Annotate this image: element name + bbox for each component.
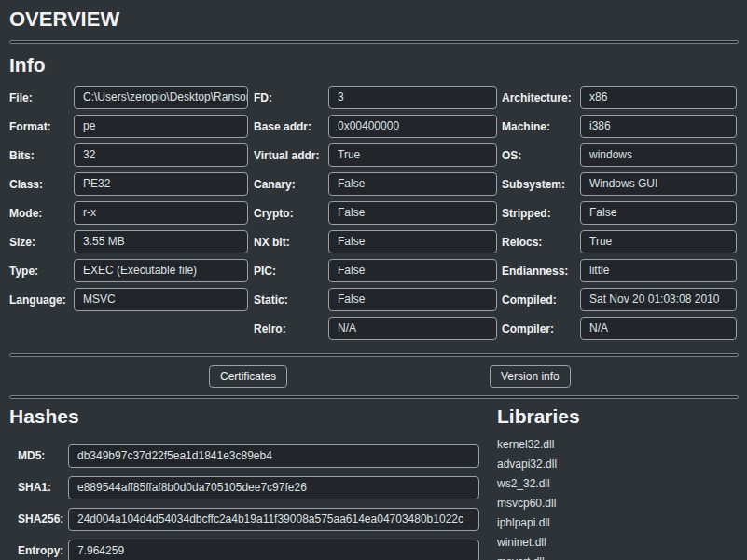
- hashes-section: Hashes MD5: db349b97c37d22f5ea1d1841e3c8…: [9, 404, 489, 560]
- relocs-field[interactable]: True: [580, 230, 737, 253]
- hashes-section-title: Hashes: [9, 404, 489, 429]
- os-field[interactable]: windows: [580, 143, 737, 167]
- canary-field[interactable]: False: [328, 172, 497, 196]
- relocs-label: Relocs:: [502, 236, 580, 249]
- certificates-button[interactable]: Certificates: [209, 365, 287, 388]
- nx-bit-label: NX bit:: [254, 236, 328, 249]
- version-info-button[interactable]: Version info: [490, 365, 571, 388]
- crypto-label: Crypto:: [254, 207, 328, 220]
- libraries-list: kernel32.dll advapi32.dll ws2_32.dll msv…: [497, 435, 580, 560]
- separator: [9, 395, 739, 399]
- relro-field[interactable]: N/A: [328, 317, 497, 340]
- library-item[interactable]: msvcrt.dll: [497, 553, 580, 560]
- machine-label: Machine:: [502, 120, 580, 133]
- separator: [9, 353, 739, 357]
- entropy-label: Entropy:: [18, 544, 68, 557]
- info-column-2: FD: 3 Base addr: 0x00400000 Virtual addr…: [254, 83, 497, 343]
- library-item[interactable]: ws2_32.dll: [497, 474, 580, 494]
- sha1-field[interactable]: e889544aff85ffaf8b0d0da705105dee7c97fe26: [68, 476, 479, 499]
- endianness-label: Endianness:: [502, 265, 580, 278]
- pic-field[interactable]: False: [328, 259, 497, 282]
- subsystem-field[interactable]: Windows GUI: [580, 172, 737, 196]
- library-item[interactable]: wininet.dll: [497, 533, 580, 553]
- info-section-title: Info: [9, 53, 739, 77]
- fd-field[interactable]: 3: [328, 86, 497, 109]
- libraries-section: Libraries kernel32.dll advapi32.dll ws2_…: [497, 404, 580, 560]
- info-column-1: File: C:\Users\zeropio\Desktop\Ransomw F…: [9, 83, 248, 314]
- static-label: Static:: [254, 294, 328, 307]
- format-label: Format:: [9, 120, 74, 133]
- bits-label: Bits:: [9, 149, 74, 162]
- stripped-field[interactable]: False: [580, 201, 737, 225]
- size-field[interactable]: 3.55 MB: [74, 230, 248, 253]
- size-label: Size:: [9, 236, 74, 249]
- compiler-label: Compiler:: [502, 322, 580, 335]
- file-field[interactable]: C:\Users\zeropio\Desktop\Ransomw: [74, 86, 248, 109]
- type-field[interactable]: EXEC (Executable file): [74, 259, 248, 282]
- architecture-label: Architecture:: [502, 91, 580, 104]
- entropy-field[interactable]: 7.964259: [68, 540, 479, 560]
- virtual-addr-label: Virtual addr:: [254, 149, 328, 162]
- machine-field[interactable]: i386: [580, 115, 737, 138]
- relro-label: Relro:: [254, 322, 328, 335]
- mode-label: Mode:: [9, 207, 74, 220]
- class-label: Class:: [9, 178, 74, 191]
- info-grid: File: C:\Users\zeropio\Desktop\Ransomw F…: [9, 83, 739, 343]
- library-item[interactable]: advapi32.dll: [497, 455, 580, 474]
- language-label: Language:: [9, 294, 74, 307]
- library-item[interactable]: iphlpapi.dll: [497, 513, 580, 533]
- md5-label: MD5:: [18, 449, 68, 462]
- compiled-field[interactable]: Sat Nov 20 01:03:08 2010: [580, 288, 737, 311]
- file-label: File:: [9, 91, 74, 104]
- crypto-field[interactable]: False: [328, 201, 497, 225]
- compiled-label: Compiled:: [502, 294, 580, 307]
- info-column-3: Architecture: x86 Machine: i386 OS: wind…: [502, 83, 737, 343]
- md5-field[interactable]: db349b97c37d22f5ea1d1841e3c89eb4: [68, 444, 479, 468]
- architecture-field[interactable]: x86: [580, 86, 737, 109]
- stripped-label: Stripped:: [502, 207, 580, 220]
- bottom-section: Hashes MD5: db349b97c37d22f5ea1d1841e3c8…: [9, 404, 739, 560]
- compiler-field[interactable]: N/A: [580, 317, 737, 340]
- static-field[interactable]: False: [328, 288, 497, 311]
- endianness-field[interactable]: little: [580, 259, 737, 282]
- nx-bit-field[interactable]: False: [328, 230, 497, 253]
- pic-label: PIC:: [254, 265, 328, 278]
- bits-field[interactable]: 32: [74, 143, 248, 167]
- fd-label: FD:: [254, 91, 328, 104]
- sha256-label: SHA256:: [18, 512, 68, 526]
- base-addr-label: Base addr:: [254, 120, 328, 133]
- mode-field[interactable]: r-x: [74, 201, 248, 225]
- libraries-section-title: Libraries: [497, 404, 580, 429]
- base-addr-field[interactable]: 0x00400000: [328, 115, 497, 138]
- class-field[interactable]: PE32: [74, 172, 248, 196]
- library-item[interactable]: kernel32.dll: [497, 435, 580, 455]
- library-item[interactable]: msvcp60.dll: [497, 494, 580, 513]
- subsystem-label: Subsystem:: [502, 178, 580, 191]
- os-label: OS:: [502, 149, 580, 162]
- sha1-label: SHA1:: [18, 481, 68, 494]
- sha256-field[interactable]: 24d004a104d4d54034dbcffc2a4b19a11f39008a…: [68, 508, 479, 531]
- page-title: OVERVIEW: [9, 6, 739, 34]
- hashes-grid: MD5: db349b97c37d22f5ea1d1841e3c89eb4 SH…: [9, 440, 489, 560]
- canary-label: Canary:: [254, 178, 328, 191]
- separator: [9, 40, 739, 44]
- virtual-addr-field[interactable]: True: [328, 143, 497, 167]
- type-label: Type:: [9, 265, 74, 278]
- format-field[interactable]: pe: [74, 115, 248, 138]
- language-field[interactable]: MSVC: [74, 288, 248, 311]
- overview-panel: OVERVIEW Info File: C:\Users\zeropio\Des…: [0, 0, 747, 560]
- actions-row: Certificates Version info: [9, 365, 739, 388]
